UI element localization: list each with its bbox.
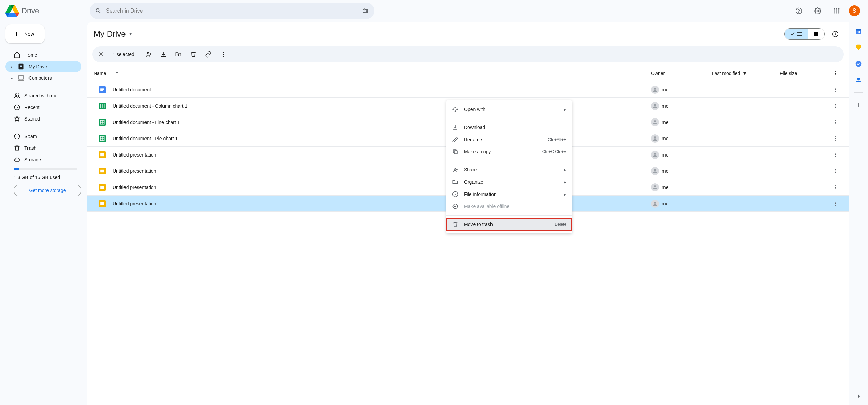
sidebar-item-home[interactable]: Home — [5, 50, 81, 60]
calendar-panel-button[interactable]: 31 — [854, 27, 863, 35]
col-more-header[interactable] — [827, 71, 844, 76]
file-more-button[interactable] — [827, 168, 844, 174]
search-input[interactable] — [106, 8, 358, 14]
new-label: New — [24, 31, 34, 37]
keep-icon — [855, 44, 862, 51]
sidebar-item-spam[interactable]: Spam — [5, 131, 81, 142]
dropdown-icon: ▼ — [742, 71, 747, 76]
keep-panel-button[interactable] — [854, 43, 863, 52]
svg-point-52 — [835, 104, 836, 105]
table-header: Name Owner Last modified▼ File size — [87, 65, 849, 81]
collapse-panel-button[interactable] — [855, 393, 862, 400]
caret-down-icon: ▼ — [129, 32, 133, 36]
open-with-icon — [452, 106, 458, 112]
info-button[interactable] — [829, 27, 842, 41]
expand-icon[interactable]: ▸ — [9, 65, 14, 69]
sidebar-item-mydrive[interactable]: ▸My Drive — [5, 61, 81, 72]
menu-copy[interactable]: Make a copyCtrl+C Ctrl+V — [446, 146, 572, 158]
link-icon — [205, 51, 212, 58]
menu-share[interactable]: Share▶ — [446, 164, 572, 176]
menu-organize[interactable]: Organize▶ — [446, 176, 572, 188]
file-more-button[interactable] — [827, 185, 844, 190]
svg-point-10 — [836, 10, 837, 11]
menu-download[interactable]: Download — [446, 121, 572, 133]
menu-trash[interactable]: Move to trashDelete — [446, 218, 572, 231]
sidebar-item-starred[interactable]: Starred — [5, 113, 81, 124]
svg-point-93 — [835, 203, 836, 204]
svg-point-96 — [454, 168, 456, 170]
svg-point-5 — [817, 10, 819, 12]
sidebar-item-computers[interactable]: ▸Computers — [5, 73, 81, 84]
tasks-panel-button[interactable] — [854, 60, 863, 68]
col-name[interactable]: Name — [94, 71, 106, 76]
menu-file-info[interactable]: File information▶ — [446, 188, 572, 200]
menu-rename[interactable]: RenameCtrl+Alt+E — [446, 133, 572, 146]
get-storage-button[interactable]: Get more storage — [14, 185, 81, 196]
recent-icon — [14, 104, 20, 111]
sidebar-item-shared[interactable]: Shared with me — [5, 90, 81, 101]
svg-point-44 — [835, 88, 836, 89]
apps-button[interactable] — [830, 4, 844, 18]
home-icon — [14, 52, 20, 58]
help-button[interactable] — [792, 4, 806, 18]
svg-point-59 — [654, 120, 656, 122]
drive-logo-icon — [5, 4, 19, 18]
link-action-button[interactable] — [205, 51, 212, 58]
file-row[interactable]: Untitled documentme — [87, 81, 849, 98]
grid-view-button[interactable] — [808, 29, 824, 39]
storage-bar — [14, 168, 77, 170]
tasks-icon — [855, 60, 862, 67]
file-more-button[interactable] — [827, 152, 844, 158]
shared-icon — [14, 92, 20, 99]
sidebar-item-trash[interactable]: Trash — [5, 143, 81, 153]
svg-rect-84 — [100, 186, 104, 188]
info-icon — [832, 31, 839, 37]
sidebar: New Home ▸My Drive ▸Computers Shared wit… — [0, 22, 87, 405]
file-more-button[interactable] — [827, 119, 844, 125]
svg-point-16 — [15, 94, 17, 95]
search-options-icon[interactable] — [362, 7, 369, 14]
file-more-button[interactable] — [827, 103, 844, 109]
submenu-arrow-icon: ▶ — [564, 108, 566, 111]
new-button[interactable]: New — [5, 24, 45, 43]
file-name: Untitled document — [113, 87, 651, 92]
svg-point-29 — [835, 73, 836, 74]
expand-icon[interactable]: ▸ — [9, 76, 14, 80]
breadcrumb[interactable]: My Drive ▼ — [94, 29, 133, 39]
svg-point-1 — [367, 10, 368, 11]
more-action-button[interactable] — [220, 51, 227, 58]
col-owner[interactable]: Owner — [651, 71, 712, 76]
svg-point-67 — [654, 136, 656, 139]
svg-point-79 — [654, 169, 656, 171]
trash-action-button[interactable] — [190, 51, 197, 58]
trash-icon — [452, 221, 458, 227]
search-icon — [95, 7, 102, 14]
svg-rect-19 — [814, 32, 816, 34]
list-view-button[interactable] — [785, 29, 808, 39]
file-type-icon — [99, 86, 107, 93]
search-bar[interactable] — [90, 3, 374, 19]
star-icon — [14, 115, 20, 122]
sort-arrow-icon[interactable] — [114, 71, 120, 76]
close-selection-button[interactable] — [98, 51, 104, 58]
menu-open-with[interactable]: Open with▶ — [446, 103, 572, 115]
svg-point-103 — [856, 61, 862, 67]
add-panel-button[interactable] — [854, 101, 863, 109]
file-more-button[interactable] — [827, 201, 844, 206]
file-more-button[interactable] — [827, 87, 844, 92]
svg-point-24 — [147, 52, 149, 54]
col-modified[interactable]: Last modified▼ — [712, 71, 780, 76]
sidebar-item-storage[interactable]: Storage — [5, 154, 81, 165]
share-action-button[interactable] — [145, 51, 152, 58]
svg-rect-15 — [18, 76, 24, 79]
download-action-button[interactable] — [160, 51, 167, 58]
settings-button[interactable] — [811, 4, 825, 18]
move-action-button[interactable] — [175, 51, 182, 58]
svg-point-43 — [654, 88, 656, 90]
logo[interactable]: Drive — [5, 4, 87, 18]
sidebar-item-recent[interactable]: Recent — [5, 102, 81, 113]
file-more-button[interactable] — [827, 136, 844, 141]
col-size[interactable]: File size — [780, 71, 827, 76]
account-avatar[interactable]: S — [849, 5, 860, 16]
contacts-panel-button[interactable] — [854, 76, 863, 84]
